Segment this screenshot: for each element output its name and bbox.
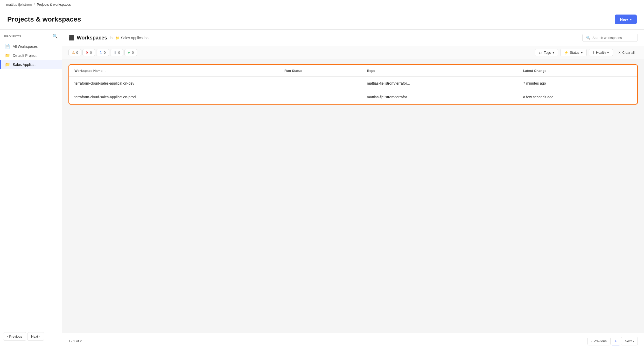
- workspace-project-link[interactable]: 📁 Sales Application: [115, 36, 149, 40]
- chevron-down-icon: ▾: [581, 51, 583, 54]
- success-icon: ✔: [128, 51, 131, 54]
- search-icon[interactable]: 🔍: [53, 34, 58, 39]
- search-workspaces-container[interactable]: 🔍: [582, 34, 638, 42]
- chevron-left-icon: ‹: [7, 335, 8, 338]
- pagination-controls: ‹ Previous 1 Next ›: [587, 337, 638, 345]
- close-icon: ✕: [618, 51, 621, 54]
- default-project-icon: 📁: [5, 53, 10, 58]
- status-filter-icon: ⚡: [564, 51, 568, 54]
- filter-actions: 🏷 Tags ▾ ⚡ Status ▾ ⚕ Health ▾ ✕ Clear a…: [535, 49, 638, 56]
- col-run-status: Run Status: [279, 65, 362, 77]
- previous-button[interactable]: ‹ Previous: [587, 337, 611, 345]
- workspace-table-wrapper: Workspace Name ↓ Run Status Repo Latest …: [68, 64, 638, 105]
- table-container: Workspace Name ↓ Run Status Repo Latest …: [62, 59, 644, 333]
- tags-filter-button[interactable]: 🏷 Tags ▾: [535, 49, 558, 56]
- sidebar-next-button[interactable]: Next ›: [27, 332, 44, 341]
- search-workspaces-input[interactable]: [592, 36, 634, 40]
- loading-icon: ↻: [100, 51, 102, 54]
- chevron-down-icon: ▾: [607, 51, 609, 54]
- sidebar: PROJECTS 🔍 📄 All Workspaces 📁 Default Pr…: [0, 30, 62, 348]
- col-latest-change[interactable]: Latest Change ↕: [518, 65, 637, 77]
- run-status-cell: [279, 77, 362, 90]
- sales-application-icon: 📁: [5, 62, 10, 67]
- page-title: Projects & workspaces: [7, 15, 81, 23]
- col-workspace-name[interactable]: Workspace Name ↓: [69, 65, 279, 77]
- run-status-cell: [279, 90, 362, 104]
- all-workspaces-icon: 📄: [5, 44, 10, 49]
- health-filter-button[interactable]: ⚕ Health ▾: [589, 49, 613, 56]
- breadcrumb-current: Projects & workspaces: [37, 3, 71, 6]
- health-icon: ⚕: [593, 51, 594, 54]
- chevron-right-icon: ›: [633, 339, 634, 343]
- chevron-down-icon: ▾: [630, 18, 632, 21]
- error-icon: ✖: [86, 51, 89, 54]
- workspace-name-cell: terraform-cloud-sales-application-prod: [69, 90, 279, 104]
- page-number-1[interactable]: 1: [612, 337, 620, 345]
- page-header: Projects & workspaces New ▾: [0, 9, 644, 30]
- sidebar-header: PROJECTS 🔍: [0, 34, 62, 42]
- folder-icon: 📁: [115, 36, 120, 40]
- latest-change-cell: 7 minutes ago: [518, 77, 637, 90]
- breadcrumb-separator: /: [34, 3, 35, 6]
- table-row[interactable]: terraform-cloud-sales-application-prod m…: [69, 90, 637, 104]
- next-button[interactable]: Next ›: [621, 337, 638, 345]
- status-filter-warning[interactable]: ⚠ 0: [68, 49, 81, 56]
- chevron-down-icon: ▾: [552, 51, 554, 54]
- sidebar-section-title: PROJECTS: [4, 35, 21, 38]
- sort-down-icon: ↓: [104, 69, 106, 72]
- pagination-info: 1 - 2 of 2: [68, 339, 82, 343]
- sidebar-item-label: Sales Applicat...: [13, 63, 39, 67]
- workspace-icon: ⬛: [68, 35, 74, 41]
- new-button[interactable]: New ▾: [615, 15, 637, 24]
- filter-bar: ⚠ 0 ✖ 0 ↻ 0 ⏸ 0 ✔ 0: [62, 46, 644, 59]
- sidebar-item-all-workspaces[interactable]: 📄 All Workspaces: [0, 42, 62, 51]
- paused-icon: ⏸: [114, 51, 117, 54]
- breadcrumb-user[interactable]: mattias-fjellstrom: [6, 3, 32, 6]
- status-filter-loading[interactable]: ↻ 0: [96, 49, 109, 56]
- sidebar-item-label: Default Project: [13, 53, 37, 58]
- table-row[interactable]: terraform-cloud-sales-application-dev ma…: [69, 77, 637, 90]
- status-filter-error[interactable]: ✖ 0: [82, 49, 95, 56]
- sort-updown-icon: ↕: [548, 69, 550, 72]
- latest-change-cell: a few seconds ago: [518, 90, 637, 104]
- chevron-left-icon: ‹: [591, 339, 592, 343]
- repo-cell: mattias-fjellstrom/terrafor...: [362, 90, 518, 104]
- sidebar-pagination: ‹ Previous Next ›: [0, 330, 62, 343]
- main-layout: PROJECTS 🔍 📄 All Workspaces 📁 Default Pr…: [0, 30, 644, 348]
- table-header-row: Workspace Name ↓ Run Status Repo Latest …: [69, 65, 637, 77]
- content-area: ⬛ Workspaces in 📁 Sales Application 🔍 ⚠ …: [62, 30, 644, 348]
- content-bottom: 1 - 2 of 2 ‹ Previous 1 Next ›: [62, 333, 644, 348]
- warning-icon: ⚠: [72, 51, 75, 54]
- workspace-table: Workspace Name ↓ Run Status Repo Latest …: [69, 65, 637, 104]
- status-filter-success[interactable]: ✔ 0: [124, 49, 137, 56]
- sidebar-item-default-project[interactable]: 📁 Default Project: [0, 51, 62, 60]
- status-filters: ⚠ 0 ✖ 0 ↻ 0 ⏸ 0 ✔ 0: [68, 49, 137, 56]
- workspace-heading: Workspaces: [77, 35, 107, 41]
- status-filter-paused[interactable]: ⏸ 0: [110, 49, 123, 56]
- sidebar-item-label: All Workspaces: [13, 44, 38, 49]
- workspace-header: ⬛ Workspaces in 📁 Sales Application 🔍: [62, 30, 644, 46]
- workspace-name-cell: terraform-cloud-sales-application-dev: [69, 77, 279, 90]
- col-repo: Repo: [362, 65, 518, 77]
- sidebar-bottom-nav: ‹ Previous Next ›: [0, 328, 62, 345]
- search-input-icon: 🔍: [586, 36, 590, 40]
- tag-icon: 🏷: [539, 51, 542, 54]
- sidebar-item-sales-application[interactable]: 📁 Sales Applicat...: [0, 60, 62, 69]
- workspace-in-label: in: [110, 36, 113, 40]
- status-filter-button[interactable]: ⚡ Status ▾: [560, 49, 587, 56]
- repo-cell: mattias-fjellstrom/terrafor...: [362, 77, 518, 90]
- workspace-title-section: ⬛ Workspaces in 📁 Sales Application: [68, 35, 149, 41]
- chevron-right-icon: ›: [39, 335, 40, 338]
- sidebar-previous-button[interactable]: ‹ Previous: [3, 332, 26, 341]
- clear-all-button[interactable]: ✕ Clear all: [615, 49, 638, 56]
- breadcrumb-bar: mattias-fjellstrom / Projects & workspac…: [0, 0, 644, 9]
